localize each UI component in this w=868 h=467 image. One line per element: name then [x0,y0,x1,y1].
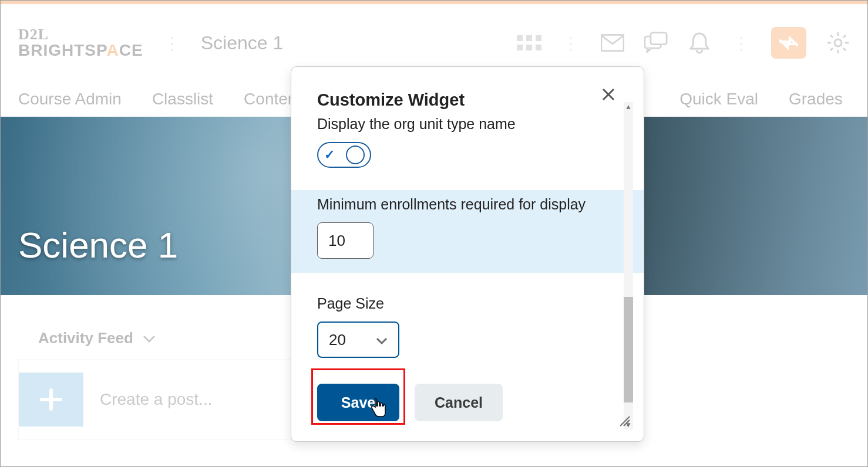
display-org-toggle[interactable]: ✓ [317,142,371,168]
dialog-actions: Save Cancel [317,384,618,421]
page-size-select[interactable]: 20 [317,322,399,358]
field-label-page-size: Page Size [317,295,618,312]
toggle-knob [346,145,365,164]
close-icon[interactable] [601,86,615,106]
field-label-min-enroll: Minimum enrollments required for display [317,196,618,213]
scroll-up-icon[interactable]: ▲ [624,102,633,111]
scroll-thumb[interactable] [624,297,633,402]
dialog-title: Customize Widget [317,90,618,110]
app-frame: D2L BRIGHTSPACE ⋮ Science 1 ⋮ ⋮ [0,0,868,467]
dialog-scrollbar[interactable]: ▲ ▼ [624,102,633,429]
select-value: 20 [329,331,346,349]
min-enrollments-input[interactable] [317,222,374,259]
highlighted-field: Minimum enrollments required for display [291,190,644,273]
chevron-down-icon [376,331,388,349]
cancel-button[interactable]: Cancel [415,384,503,421]
field-label-display-org: Display the org unit type name [317,116,618,133]
resize-handle-icon[interactable] [618,414,631,429]
save-button[interactable]: Save [317,384,399,421]
customize-widget-dialog: Customize Widget ▲ ▼ Display the org uni… [291,66,644,442]
check-icon: ✓ [324,147,335,163]
banner-title: Science 1 [18,224,178,266]
